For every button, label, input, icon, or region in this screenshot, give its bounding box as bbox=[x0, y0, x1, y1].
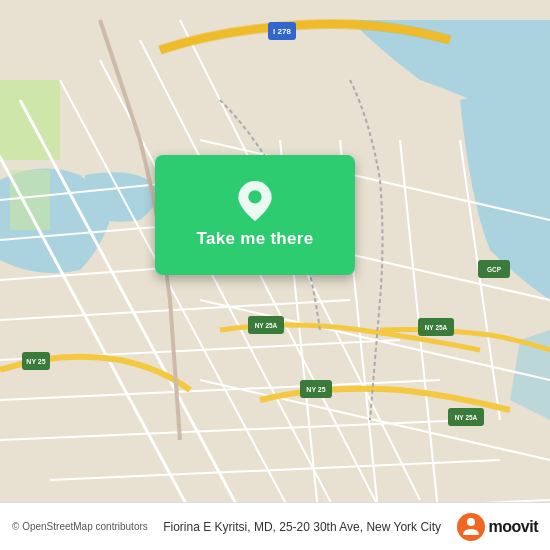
map-attribution: © OpenStreetMap contributors bbox=[12, 521, 148, 532]
moovit-logo: moovit bbox=[457, 513, 538, 541]
take-me-card[interactable]: Take me there bbox=[155, 155, 355, 275]
svg-text:NY 25A: NY 25A bbox=[255, 322, 278, 329]
svg-text:NY 25A: NY 25A bbox=[455, 414, 478, 421]
svg-line-19 bbox=[200, 300, 550, 380]
address-label: Fiorina E Kyritsi, MD, 25-20 30th Ave, N… bbox=[156, 520, 449, 534]
map-container: I 278 NY 25 NY 25 NY 25A NY 25A NY 25A G… bbox=[0, 0, 550, 550]
take-me-button-label: Take me there bbox=[197, 229, 314, 249]
svg-point-40 bbox=[248, 190, 261, 203]
svg-text:GCP: GCP bbox=[487, 266, 502, 273]
svg-text:NY 25: NY 25 bbox=[306, 386, 325, 393]
svg-text:I 278: I 278 bbox=[273, 27, 291, 36]
svg-rect-1 bbox=[10, 170, 50, 230]
bottom-bar: © OpenStreetMap contributors Fiorina E K… bbox=[0, 502, 550, 550]
svg-line-6 bbox=[140, 40, 380, 510]
location-pin-icon bbox=[235, 181, 275, 221]
svg-point-41 bbox=[457, 513, 485, 541]
moovit-text: moovit bbox=[489, 518, 538, 536]
svg-text:NY 25A: NY 25A bbox=[425, 324, 448, 331]
svg-text:NY 25: NY 25 bbox=[26, 358, 45, 365]
svg-line-14 bbox=[0, 420, 470, 440]
map-svg: I 278 NY 25 NY 25 NY 25A NY 25A NY 25A G… bbox=[0, 0, 550, 550]
svg-line-20 bbox=[200, 380, 550, 460]
moovit-icon bbox=[457, 513, 485, 541]
svg-point-42 bbox=[467, 518, 475, 526]
